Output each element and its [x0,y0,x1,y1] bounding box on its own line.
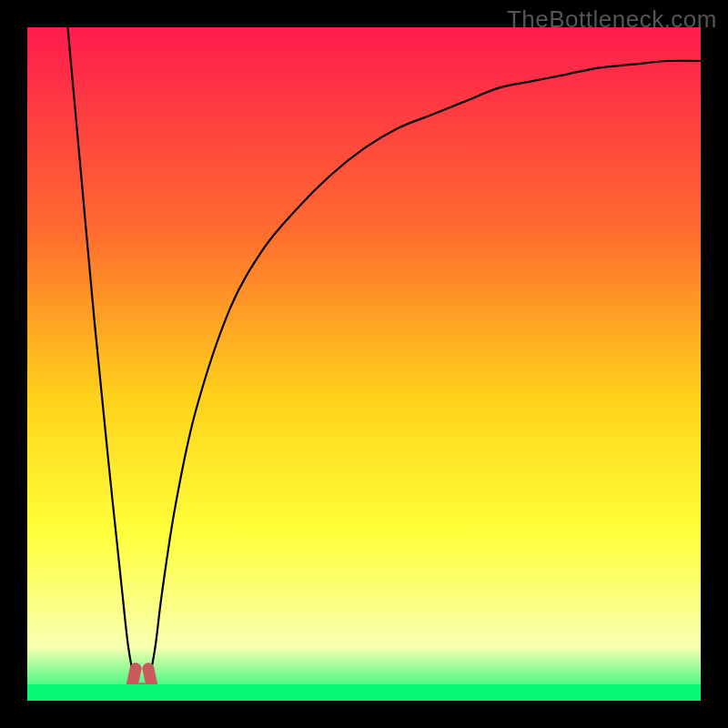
bottleneck-curve [27,27,701,701]
watermark-text: TheBottleneck.com [507,5,717,34]
baseline-strip [27,684,701,701]
plot-area [27,27,701,701]
chart-frame: TheBottleneck.com [0,0,728,728]
